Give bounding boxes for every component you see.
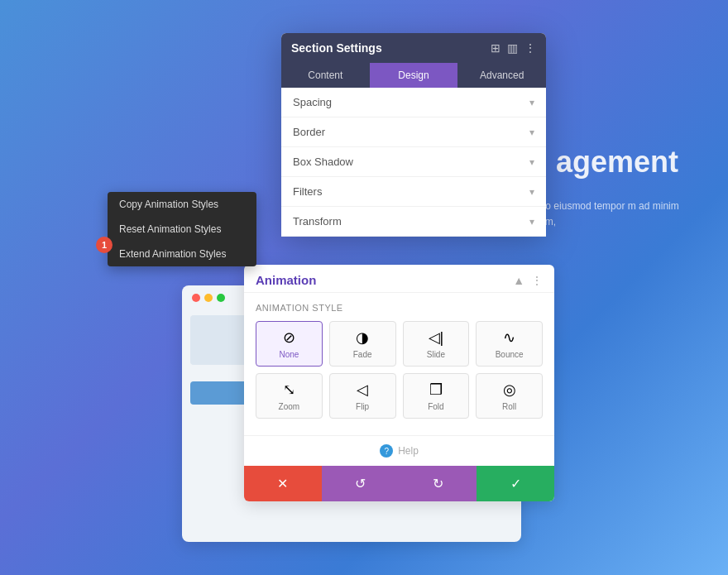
- anim-roll[interactable]: ◎ Roll: [476, 373, 543, 419]
- anim-zoom[interactable]: ⤡ Zoom: [256, 373, 323, 419]
- fold-label: Fold: [428, 402, 443, 411]
- modal-footer: ✕ ↺ ↻ ✓: [244, 466, 554, 501]
- setting-border[interactable]: Border ▾: [281, 117, 546, 147]
- transform-label: Transform: [293, 215, 342, 228]
- slide-label: Slide: [427, 350, 445, 359]
- transform-chevron: ▾: [529, 216, 534, 228]
- animation-body: Animation Style ⊘ None ◑ Fade ◁| Slide ∿…: [244, 293, 554, 435]
- help-label[interactable]: Help: [398, 445, 419, 457]
- section-settings-modal: Section Settings ⊞ ▥ ⋮ Content Design Ad…: [281, 33, 546, 237]
- animation-header: Animation ▲ ⋮: [244, 265, 554, 293]
- badge: 1: [96, 237, 113, 253]
- fullscreen-icon[interactable]: ⊞: [491, 41, 500, 55]
- bg-body-text: sed do eiusmod tempor m ad minim veniam,: [521, 199, 703, 230]
- animation-panel: Animation ▲ ⋮ Animation Style ⊘ None ◑ F…: [244, 265, 554, 501]
- filters-chevron: ▾: [529, 186, 534, 198]
- zoom-label: Zoom: [279, 402, 300, 411]
- dot-red: [192, 294, 200, 302]
- flip-label: Flip: [356, 402, 369, 411]
- fold-icon: ❒: [429, 381, 443, 399]
- layout-icon[interactable]: ▥: [507, 41, 518, 55]
- filters-label: Filters: [293, 185, 322, 198]
- fade-icon: ◑: [356, 328, 369, 347]
- tab-content[interactable]: Content: [281, 63, 370, 88]
- tab-advanced[interactable]: Advanced: [457, 63, 546, 88]
- flip-icon: ◁: [357, 381, 368, 399]
- none-label: None: [279, 350, 299, 359]
- undo-button[interactable]: ↺: [322, 466, 400, 501]
- extend-animation-styles[interactable]: Extend Animation Styles: [108, 242, 256, 266]
- save-button[interactable]: ✓: [477, 466, 554, 501]
- animation-more-icon[interactable]: ⋮: [531, 274, 543, 287]
- spacing-label: Spacing: [293, 96, 332, 108]
- anim-flip[interactable]: ◁ Flip: [329, 373, 396, 419]
- setting-transform[interactable]: Transform ▾: [281, 207, 546, 237]
- spacing-chevron: ▾: [529, 97, 534, 108]
- border-chevron: ▾: [529, 127, 534, 138]
- help-icon: ?: [380, 444, 393, 458]
- dot-yellow: [204, 294, 213, 302]
- box-shadow-chevron: ▾: [529, 156, 534, 168]
- dot-green: [217, 294, 225, 302]
- anim-slide[interactable]: ◁| Slide: [403, 321, 470, 367]
- anim-none[interactable]: ⊘ None: [256, 321, 323, 367]
- bounce-label: Bounce: [496, 350, 524, 359]
- zoom-icon: ⤡: [283, 381, 295, 399]
- box-shadow-label: Box Shadow: [293, 156, 353, 168]
- reset-animation-styles[interactable]: Reset Animation Styles: [108, 217, 256, 242]
- bg-heading: agement: [556, 145, 678, 180]
- setting-filters[interactable]: Filters ▾: [281, 177, 546, 207]
- bounce-icon: ∿: [503, 328, 515, 347]
- animation-collapse-icon[interactable]: ▲: [513, 274, 524, 287]
- context-menu: Copy Animation Styles Reset Animation St…: [108, 192, 256, 266]
- border-label: Border: [293, 126, 325, 138]
- cancel-button[interactable]: ✕: [244, 466, 322, 501]
- none-icon: ⊘: [283, 328, 295, 347]
- animation-header-right: ▲ ⋮: [513, 274, 543, 287]
- modal-tabs: Content Design Advanced: [281, 63, 546, 88]
- modal-title: Section Settings: [291, 41, 382, 55]
- roll-icon: ◎: [503, 381, 516, 399]
- anim-bounce[interactable]: ∿ Bounce: [476, 321, 543, 367]
- fade-label: Fade: [353, 350, 372, 359]
- modal-header-icons: ⊞ ▥ ⋮: [491, 41, 536, 55]
- more-icon[interactable]: ⋮: [524, 41, 536, 55]
- setting-spacing[interactable]: Spacing ▾: [281, 88, 546, 117]
- anim-fade[interactable]: ◑ Fade: [329, 321, 396, 367]
- animation-grid-row2: ⤡ Zoom ◁ Flip ❒ Fold ◎ Roll: [256, 373, 543, 419]
- setting-box-shadow[interactable]: Box Shadow ▾: [281, 147, 546, 177]
- roll-label: Roll: [502, 402, 516, 411]
- help-row: ? Help: [244, 435, 554, 466]
- modal-header: Section Settings ⊞ ▥ ⋮: [281, 33, 546, 63]
- settings-body: Spacing ▾ Border ▾ Box Shadow ▾ Filters …: [281, 88, 546, 237]
- animation-grid-row1: ⊘ None ◑ Fade ◁| Slide ∿ Bounce: [256, 321, 543, 367]
- animation-title: Animation: [256, 273, 316, 287]
- tab-design[interactable]: Design: [370, 63, 458, 88]
- copy-animation-styles[interactable]: Copy Animation Styles: [108, 192, 256, 217]
- redo-button[interactable]: ↻: [400, 466, 477, 501]
- animation-style-label: Animation Style: [256, 303, 543, 313]
- anim-fold[interactable]: ❒ Fold: [403, 373, 470, 419]
- slide-icon: ◁|: [429, 328, 444, 347]
